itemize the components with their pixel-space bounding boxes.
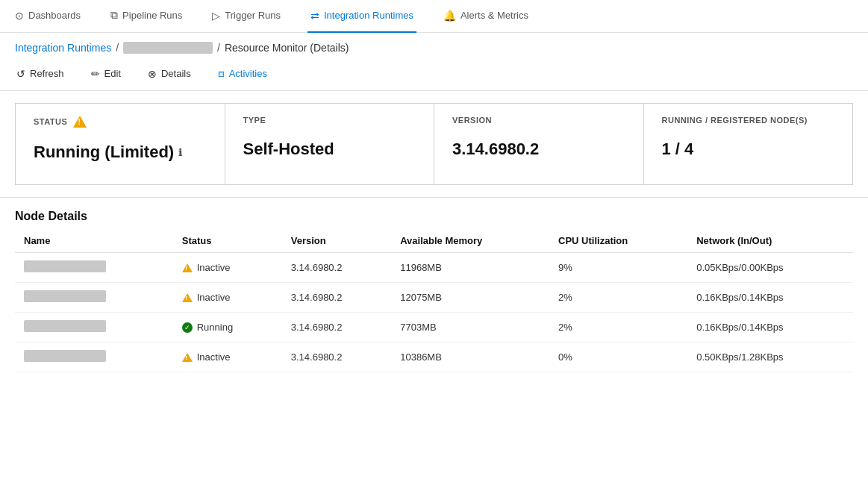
- type-card-value: Self-Hosted: [243, 140, 416, 159]
- nav-item-dashboards[interactable]: ⊙ Dashboards: [12, 0, 84, 33]
- status-warning-icon: [73, 116, 87, 128]
- node-cpu-cell: 0%: [549, 342, 687, 372]
- breadcrumb-current: Resource Monitor (Details): [225, 42, 349, 54]
- node-memory-cell: 11968MB: [391, 253, 549, 283]
- warning-icon: [182, 263, 193, 272]
- pipeline-runs-icon: ⧉: [110, 9, 118, 22]
- breadcrumb-sep-2: /: [217, 42, 220, 54]
- toolbar: ↺ Refresh ✏ Edit ⊗ Details ⧈ Activities: [0, 60, 868, 91]
- node-status-text: Inactive: [197, 262, 231, 273]
- node-status-cell: Inactive: [173, 342, 282, 372]
- node-name-redacted: [24, 320, 106, 332]
- warning-icon: [182, 353, 193, 362]
- running-icon: ✓: [182, 322, 193, 333]
- node-name-cell: [15, 313, 173, 342]
- nodes-card: RUNNING / REGISTERED NODE(S) 1 / 4: [644, 103, 854, 185]
- trigger-runs-icon: ▷: [212, 10, 220, 22]
- status-info-icon[interactable]: ℹ: [178, 147, 182, 158]
- nav-item-alerts-metrics[interactable]: 🔔 Alerts & Metrics: [440, 0, 531, 33]
- node-name-redacted: [24, 260, 106, 272]
- edit-icon: ✏: [91, 68, 100, 80]
- col-cpu: CPU Utilization: [549, 229, 687, 253]
- node-table: Name Status Version Available Memory CPU…: [15, 229, 853, 372]
- table-row: Inactive3.14.6980.211968MB9%0.05KBps/0.0…: [15, 253, 853, 283]
- nav-item-integration-runtimes[interactable]: ⇄ Integration Runtimes: [307, 0, 416, 33]
- type-card: TYPE Self-Hosted: [225, 103, 435, 185]
- node-name-cell: [15, 283, 173, 313]
- refresh-icon: ↺: [16, 68, 25, 80]
- nav-item-pipeline-runs[interactable]: ⧉ Pipeline Runs: [107, 0, 185, 33]
- node-network-cell: 0.50KBps/1.28KBps: [687, 342, 853, 372]
- type-card-label: TYPE: [243, 116, 416, 125]
- nodes-card-label: RUNNING / REGISTERED NODE(S): [662, 116, 835, 125]
- node-status-text: Inactive: [197, 351, 231, 363]
- col-version: Version: [282, 229, 391, 253]
- node-memory-cell: 7703MB: [391, 313, 549, 342]
- node-name-cell: [15, 342, 173, 372]
- node-status-cell: Inactive: [173, 283, 282, 313]
- node-memory-cell: 10386MB: [391, 342, 549, 372]
- node-network-cell: 0.16KBps/0.14KBps: [687, 313, 853, 342]
- table-header-row: Name Status Version Available Memory CPU…: [15, 229, 853, 253]
- node-cpu-cell: 9%: [549, 253, 687, 283]
- cards-row: STATUS Running (Limited) ℹ TYPE Self-Hos…: [0, 91, 868, 198]
- details-icon: ⊗: [148, 68, 157, 80]
- node-status-cell: ✓Running: [173, 313, 282, 342]
- table-row: ✓Running3.14.6980.27703MB2%0.16KBps/0.14…: [15, 313, 853, 342]
- node-cpu-cell: 2%: [549, 313, 687, 342]
- status-card: STATUS Running (Limited) ℹ: [15, 103, 225, 185]
- table-row: Inactive3.14.6980.210386MB0%0.50KBps/1.2…: [15, 342, 853, 372]
- breadcrumb-link[interactable]: Integration Runtimes: [15, 42, 111, 54]
- status-card-value: Running (Limited) ℹ: [34, 143, 207, 162]
- col-name: Name: [15, 229, 173, 253]
- col-memory: Available Memory: [391, 229, 549, 253]
- top-nav: ⊙ Dashboards ⧉ Pipeline Runs ▷ Trigger R…: [0, 0, 868, 33]
- node-version-cell: 3.14.6980.2: [282, 342, 391, 372]
- node-name-redacted: [24, 350, 106, 362]
- warning-icon: [182, 293, 193, 302]
- version-card-value: 3.14.6980.2: [452, 140, 625, 159]
- node-name-redacted: [24, 290, 106, 302]
- col-status: Status: [173, 229, 282, 253]
- node-status-text: Running: [197, 322, 233, 333]
- table-row: Inactive3.14.6980.212075MB2%0.16KBps/0.1…: [15, 283, 853, 313]
- dashboards-icon: ⊙: [15, 10, 24, 22]
- activities-icon: ⧈: [218, 67, 225, 80]
- edit-button[interactable]: ✏ Edit: [87, 65, 125, 83]
- breadcrumb-redacted: [123, 42, 213, 54]
- node-network-cell: 0.16KBps/0.14KBps: [687, 283, 853, 313]
- nav-item-trigger-runs[interactable]: ▷ Trigger Runs: [209, 0, 284, 33]
- node-details-section: Node Details Name Status Version Availab…: [0, 198, 868, 372]
- breadcrumb-sep-1: /: [116, 42, 119, 54]
- integration-runtimes-icon: ⇄: [310, 10, 319, 22]
- status-card-label: STATUS: [34, 116, 207, 128]
- version-card: VERSION 3.14.6980.2: [434, 103, 644, 185]
- breadcrumb: Integration Runtimes / / Resource Monito…: [0, 33, 868, 60]
- node-memory-cell: 12075MB: [391, 283, 549, 313]
- details-button[interactable]: ⊗ Details: [143, 65, 196, 83]
- alerts-metrics-icon: 🔔: [443, 10, 456, 22]
- col-network: Network (In/Out): [687, 229, 853, 253]
- node-name-cell: [15, 253, 173, 283]
- refresh-button[interactable]: ↺ Refresh: [12, 65, 69, 83]
- node-network-cell: 0.05KBps/0.00KBps: [687, 253, 853, 283]
- node-version-cell: 3.14.6980.2: [282, 283, 391, 313]
- node-version-cell: 3.14.6980.2: [282, 253, 391, 283]
- node-cpu-cell: 2%: [549, 283, 687, 313]
- node-details-title: Node Details: [0, 198, 868, 229]
- node-status-text: Inactive: [197, 292, 231, 303]
- nodes-card-value: 1 / 4: [662, 140, 835, 159]
- activities-button[interactable]: ⧈ Activities: [213, 64, 272, 83]
- table-wrap: Name Status Version Available Memory CPU…: [0, 229, 868, 372]
- node-version-cell: 3.14.6980.2: [282, 313, 391, 342]
- node-status-cell: Inactive: [173, 253, 282, 283]
- version-card-label: VERSION: [452, 116, 625, 125]
